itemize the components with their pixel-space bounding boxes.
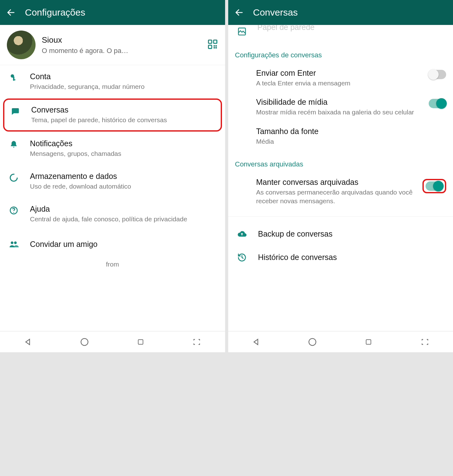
chat-icon: [8, 105, 22, 116]
nav-back-icon[interactable]: [251, 337, 262, 347]
menu-label: Conversas: [31, 105, 217, 114]
nav-screenshot-icon[interactable]: [191, 337, 202, 347]
menu-label: Ajuda: [30, 204, 218, 214]
back-icon[interactable]: [234, 8, 244, 17]
app-bar: Configurações: [0, 0, 225, 25]
menu-desc: Privacidade, segurança, mudar número: [30, 82, 218, 91]
invite-label: Convidar um amigo: [30, 240, 98, 249]
menu-item-help[interactable]: Ajuda Central de ajuda, fale conosco, po…: [0, 198, 225, 230]
link-label: Backup de conversas: [258, 229, 333, 238]
nav-recent-icon[interactable]: [363, 337, 374, 347]
toggle-media-visibility[interactable]: [429, 99, 446, 108]
setting-label: Manter conversas arquivadas: [256, 178, 417, 187]
setting-label: Enviar com Enter: [256, 69, 423, 78]
menu-item-invite[interactable]: Convidar um amigo: [0, 231, 225, 258]
qr-icon[interactable]: [207, 39, 218, 51]
partial-label: Papel de parede: [258, 25, 315, 32]
menu-item-notifications[interactable]: Notificações Mensagens, grupos, chamadas: [0, 132, 225, 165]
menu-item-chats-highlighted[interactable]: Conversas Tema, papel de parede, históri…: [3, 99, 222, 131]
help-icon: [7, 204, 21, 215]
setting-desc: A tecla Enter envia a mensagem: [256, 79, 423, 88]
setting-desc: Mostrar mídia recém baixada na galeria d…: [256, 108, 423, 117]
profile-status: O momento é agora. O pa…: [42, 47, 201, 55]
page-title: Configurações: [25, 7, 85, 18]
partial-item-wallpaper[interactable]: Papel de parede: [228, 25, 453, 42]
divider: [228, 216, 453, 217]
profile-row[interactable]: Sioux O momento é agora. O pa…: [0, 25, 225, 65]
nav-recent-icon[interactable]: [135, 337, 146, 347]
menu-desc: Uso de rede, download automático: [30, 182, 218, 191]
nav-home-icon[interactable]: [79, 337, 90, 347]
setting-desc: As conversas permanecerão arquivadas qua…: [256, 188, 417, 206]
svg-point-13: [13, 212, 14, 213]
menu-desc: Tema, papel de parede, histórico de conv…: [31, 116, 217, 124]
svg-marker-16: [26, 339, 30, 345]
setting-media-visibility[interactable]: Visibilidade de mídia Mostrar mídia recé…: [228, 93, 453, 122]
section-header-archived: Conversas arquivadas: [228, 151, 453, 173]
nav-home-icon[interactable]: [307, 337, 318, 347]
key-icon: [7, 72, 21, 81]
menu-item-account[interactable]: Conta Privacidade, segurança, mudar núme…: [0, 65, 225, 98]
link-backup[interactable]: Backup de conversas: [228, 222, 453, 246]
profile-text: Sioux O momento é agora. O pa…: [42, 35, 201, 55]
svg-rect-23: [366, 339, 371, 344]
svg-rect-2: [214, 40, 217, 44]
menu-item-storage[interactable]: Armazenamento e dados Uso de rede, downl…: [0, 165, 225, 198]
svg-rect-3: [208, 45, 212, 49]
svg-rect-6: [214, 47, 215, 49]
cloud-upload-icon: [235, 229, 249, 239]
profile-name: Sioux: [42, 35, 201, 45]
people-icon: [7, 239, 21, 249]
section-header-chat-settings: Configurações de conversas: [228, 42, 453, 64]
setting-font-size[interactable]: Tamanho da fonte Média: [228, 122, 453, 151]
back-icon[interactable]: [6, 8, 16, 17]
data-usage-icon: [7, 172, 21, 182]
nav-back-icon[interactable]: [23, 337, 33, 347]
svg-rect-18: [138, 339, 143, 344]
bell-icon: [7, 139, 21, 149]
svg-point-14: [11, 241, 13, 244]
setting-enter-send[interactable]: Enviar com Enter A tecla Enter envia a m…: [228, 64, 453, 93]
link-label: Histórico de conversas: [258, 253, 337, 262]
nav-bar: [0, 331, 225, 352]
svg-marker-21: [254, 339, 258, 345]
svg-point-15: [14, 241, 17, 244]
toggle-enter-send[interactable]: [429, 70, 446, 79]
settings-content: Sioux O momento é agora. O pa… Conta Pri…: [0, 25, 225, 331]
setting-keep-archived[interactable]: Manter conversas arquivadas As conversas…: [228, 173, 453, 211]
menu-desc: Mensagens, grupos, chamadas: [30, 149, 218, 158]
history-icon: [235, 253, 249, 262]
svg-rect-7: [215, 47, 217, 49]
chats-settings-content: Papel de parede Configurações de convers…: [228, 25, 453, 331]
setting-label: Visibilidade de mídia: [256, 98, 423, 107]
setting-desc: Média: [256, 137, 446, 146]
menu-label: Notificações: [30, 139, 218, 148]
avatar: [7, 31, 36, 59]
link-history[interactable]: Histórico de conversas: [228, 246, 453, 269]
menu-label: Armazenamento e dados: [30, 172, 218, 181]
svg-rect-5: [215, 45, 217, 47]
svg-rect-10: [13, 79, 16, 80]
nav-bar: [228, 331, 453, 352]
toggle-keep-archived[interactable]: [426, 181, 443, 191]
from-label: from: [0, 258, 225, 268]
svg-point-11: [10, 174, 17, 181]
phone-right: Conversas Papel de parede Configurações …: [228, 0, 453, 352]
highlight-toggle: [422, 179, 446, 193]
wallpaper-icon: [235, 27, 249, 36]
setting-label: Tamanho da fonte: [256, 127, 446, 136]
page-title: Conversas: [253, 7, 298, 18]
svg-point-22: [309, 338, 316, 345]
svg-rect-1: [208, 40, 212, 44]
svg-rect-4: [214, 45, 215, 47]
menu-label: Conta: [30, 72, 218, 81]
nav-screenshot-icon[interactable]: [420, 337, 430, 347]
phone-left: Configurações Sioux O momento é agora. O…: [0, 0, 225, 352]
svg-point-17: [81, 338, 88, 345]
menu-desc: Central de ajuda, fale conosco, política…: [30, 215, 218, 224]
app-bar: Conversas: [228, 0, 453, 25]
